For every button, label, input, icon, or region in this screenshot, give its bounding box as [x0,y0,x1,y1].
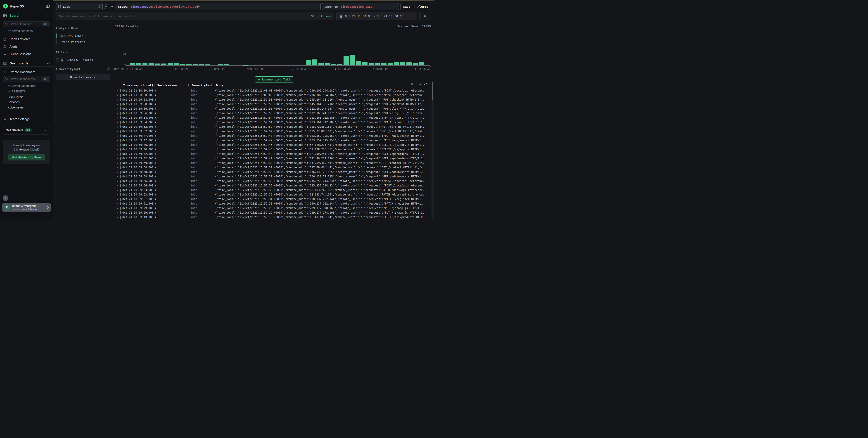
histogram-bar[interactable] [325,63,330,65]
histogram-bar[interactable] [167,63,173,65]
histogram-bar[interactable] [274,65,280,65]
histogram-bar[interactable] [419,62,424,65]
table-row[interactable]: ❯Oct 21 10:59:29.000 AMinfo{"time_local"… [115,210,431,215]
mode-event-patterns[interactable]: Event Patterns [56,39,110,45]
histogram-bar[interactable] [413,63,418,65]
saved-dashboards-input[interactable] [10,77,42,81]
mode-results-table[interactable]: Results Table [56,33,110,39]
histogram-bar[interactable] [388,63,393,65]
histogram-bar[interactable] [155,64,160,65]
histogram-bar[interactable] [249,65,254,65]
table-row[interactable]: ❯Oct 21 10:59:39.000 AMinfo{"time_local"… [115,165,431,170]
row-expand-icon[interactable]: ❯ [115,175,120,178]
histogram-bar[interactable] [136,63,141,65]
alerts-button[interactable]: Alerts [414,3,431,10]
col-timestamp[interactable]: Timestamp (Local) [122,83,156,87]
table-row[interactable]: ❯Oct 21 10:59:31.000 AMinfo{"time_local"… [115,201,431,206]
pin-icon[interactable] [106,67,110,70]
table-row[interactable]: ❯Oct 21 10:59:33.000 AMinfo{"time_local"… [115,188,431,192]
wrap-lines-icon[interactable] [416,81,421,86]
histogram-bar[interactable] [400,62,405,65]
get-started-free-button[interactable]: Get Started for Free [8,155,45,161]
table-row[interactable]: ❯Oct 21 10:59:31.000 AMinfo{"time_local"… [115,197,431,201]
histogram-bar[interactable] [350,55,355,65]
table-row[interactable]: ❯Oct 21 10:59:46.000 AMinfo{"time_local"… [115,143,431,147]
table-row[interactable]: ❯Oct 21 10:59:36.000 AMinfo{"time_local"… [115,183,431,188]
row-expand-icon[interactable]: ❯ [115,162,120,165]
histogram-bar[interactable] [356,61,362,65]
event-search-bar[interactable]: SQL | Lucene [56,12,334,20]
table-row[interactable]: ❯Oct 21 10:59:52.000 AMinfo{"time_local"… [115,129,431,134]
histogram-bar[interactable] [149,63,154,65]
source-select[interactable]: Logs [56,3,103,10]
resume-live-tail-button[interactable]: Resume Live Tail [255,76,293,82]
sidebar-item-client-sessions[interactable]: Client Sessions [0,50,53,58]
table-row[interactable]: ❯Oct 21 10:59:58.000 AMinfo{"time_local"… [115,102,431,106]
histogram-bar[interactable] [180,64,185,65]
histogram-bar[interactable] [243,65,248,66]
row-expand-icon[interactable]: ❯ [115,153,120,156]
row-expand-icon[interactable]: ❯ [115,139,120,142]
row-expand-icon[interactable]: ❯ [115,180,120,182]
sidebar-section-search[interactable]: Search [0,12,53,19]
histogram-bar[interactable] [212,65,217,65]
presets-toggle[interactable]: PRESETS [0,89,53,94]
download-icon[interactable] [424,81,428,86]
row-expand-icon[interactable]: ❯ [115,211,120,214]
row-expand-icon[interactable]: ❯ [115,112,120,115]
saved-dashboards-search[interactable]: ⌘K [3,76,50,82]
row-expand-icon[interactable]: ❯ [115,171,120,174]
histogram-bar[interactable] [161,64,166,65]
preset-clickhouse[interactable]: ClickHouse [0,94,53,99]
table-row[interactable]: ❯Oct 21 10:59:29.000 AMinfo{"time_local"… [115,206,431,210]
run-query-button[interactable] [420,12,431,20]
table-row[interactable]: ❯Oct 21 10:59:56.000 AMinfo{"time_local"… [115,106,431,111]
row-expand-icon[interactable]: ❯ [115,143,120,146]
sidebar-section-dashboards[interactable]: Dashboards [0,60,53,67]
save-button[interactable]: Save [400,3,413,10]
table-row[interactable]: ❯Oct 21 10:59:52.000 AMinfo{"time_local"… [115,125,431,129]
histogram-bar[interactable] [300,65,305,65]
row-expand-icon[interactable]: ❯ [115,89,120,92]
histogram-bar[interactable] [143,63,148,65]
histogram-bar[interactable] [186,64,191,65]
row-expand-icon[interactable]: ❯ [115,202,120,205]
sidebar-item-team-settings[interactable]: Team Settings [0,115,53,123]
histogram-bar[interactable] [193,64,198,65]
row-expand-icon[interactable]: ❯ [115,216,120,219]
histogram-bar[interactable] [331,64,336,65]
preset-services[interactable]: Services [0,99,53,105]
row-expand-icon[interactable]: ❯ [115,189,120,192]
table-row[interactable]: ❯Oct 21 10:59:38.000 AMinfo{"time_local"… [115,170,431,174]
histogram-bar[interactable] [199,64,204,65]
histogram-bar[interactable] [406,62,412,65]
table-row[interactable]: ❯Oct 21 10:59:36.000 AMinfo{"time_local"… [115,179,431,183]
table-row[interactable]: ❯Oct 21 10:59:42.000 AMinfo{"time_local"… [115,151,431,156]
histogram-bar[interactable] [174,63,179,65]
histogram-bar[interactable] [287,65,292,65]
code-view-icon[interactable]: <> [104,4,108,9]
table-row[interactable]: ❯Oct 21 10:59:19.000 AMinfo{"time_local"… [115,215,431,219]
table-row[interactable]: ❯Oct 21 10:59:39.000 AMinfo{"time_local"… [115,161,431,165]
row-expand-icon[interactable]: ❯ [115,103,120,106]
saved-searches-input[interactable] [10,22,42,26]
table-row[interactable]: ❯Oct 21 10:59:54.000 AMinfo{"time_local"… [115,120,431,125]
histogram-bar[interactable] [237,65,242,65]
select-columns-input[interactable]: SELECT Timestamp,ServiceName,SeverityTex… [116,3,321,10]
row-expand-icon[interactable]: ❯ [115,207,120,210]
histogram-bar[interactable] [344,56,349,65]
histogram-bar[interactable] [375,63,380,65]
event-search-input[interactable] [59,14,311,18]
sql-mode-toggle[interactable]: SQL [311,14,316,18]
histogram-bar[interactable] [306,60,311,65]
table-row[interactable]: ❯Oct 21 10:59:56.000 AMinfo{"time_local"… [115,111,431,115]
vertical-scrollbar[interactable] [432,81,434,219]
histogram-bar[interactable] [425,65,430,65]
histogram-bar[interactable] [255,65,261,65]
col-severitytext[interactable]: SeverityText [191,83,215,87]
histogram-bar[interactable] [381,63,386,65]
saved-searches-search[interactable]: ⌘K [3,21,50,27]
histogram-bar[interactable] [281,65,286,65]
histogram-bar[interactable] [337,64,342,65]
histogram-bar[interactable] [268,65,273,65]
